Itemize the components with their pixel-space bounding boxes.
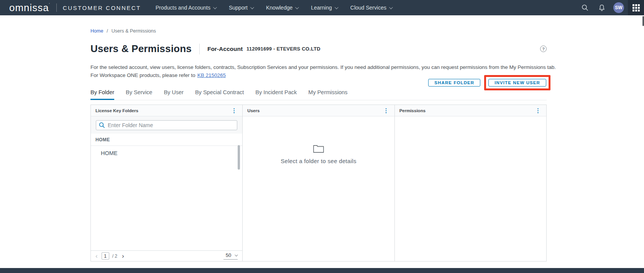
account-value: 112091699 - ETEVERS CO.LTD [246, 46, 320, 52]
folder-pagination: ‹ 1 / 2 › 50 [91, 250, 242, 261]
annotation-highlight-box: INVITE NEW USER [484, 75, 550, 90]
help-icon[interactable]: ? [540, 46, 547, 52]
main-content: Home / Users & Permissions Users & Permi… [0, 15, 644, 268]
panel-header: Permissions ⋮ [395, 105, 546, 116]
top-navbar: omnissaʼ CUSTOMER CONNECT Products and A… [0, 0, 644, 15]
nav-item-learning[interactable]: Learning [311, 5, 337, 11]
tab-by-special-contract[interactable]: By Special Contract [195, 89, 244, 100]
chevron-down-icon [295, 5, 299, 9]
actions-row: SHARE FOLDER INVITE NEW USER [90, 75, 550, 90]
bell-icon[interactable] [593, 0, 610, 15]
title-row: Users & Permissions For-Account 11209169… [90, 43, 547, 55]
nav-item-label: Learning [311, 5, 332, 11]
folder-tree-item-home[interactable]: HOME [91, 146, 242, 156]
tab-by-incident-pack[interactable]: By Incident Pack [255, 89, 297, 100]
users-panel: Users ⋮ Select a folder to see details [243, 105, 394, 261]
breadcrumb-home-link[interactable]: Home [90, 28, 103, 34]
panel-title: License Key Folders [95, 108, 138, 113]
breadcrumb: Home / Users & Permissions [90, 28, 156, 34]
tab-bar: By Folder By Service By User By Special … [90, 89, 547, 100]
kebab-menu-icon[interactable]: ⋮ [534, 107, 542, 114]
nav-item-label: Products and Accounts [156, 5, 210, 11]
nav-item-label: Knowledge [266, 5, 292, 11]
page-size-value: 50 [226, 252, 231, 258]
nav-item-label: Cloud Services [350, 5, 386, 11]
tab-by-user[interactable]: By User [164, 89, 184, 100]
kebab-menu-icon[interactable]: ⋮ [230, 107, 238, 114]
breadcrumb-separator: / [107, 28, 108, 34]
nav-item-label: Support [229, 5, 248, 11]
page-title: Users & Permissions [90, 43, 192, 55]
pagination-prev-icon[interactable]: ‹ [95, 252, 98, 260]
panel-header: Users ⋮ [243, 105, 394, 116]
invite-new-user-button[interactable]: INVITE NEW USER [488, 79, 546, 87]
navbar-right: SW [577, 0, 644, 15]
chevron-down-icon [235, 253, 238, 256]
pagination-next-icon[interactable]: › [122, 252, 124, 260]
pagination-current-page[interactable]: 1 [102, 252, 109, 260]
chevron-down-icon [213, 5, 217, 9]
chevron-down-icon [335, 5, 338, 9]
tab-my-permissions[interactable]: My Permissions [308, 89, 347, 100]
folder-list-scrollbar-thumb[interactable] [238, 145, 240, 170]
page-size-select[interactable]: 50 [223, 252, 238, 260]
avatar[interactable]: SW [613, 2, 624, 13]
chevron-down-icon [389, 5, 393, 9]
folder-icon [313, 144, 324, 154]
title-divider [199, 44, 200, 54]
license-key-folders-panel: License Key Folders ⋮ HOME HOME ‹ 1 / 2 … [91, 105, 243, 261]
breadcrumb-current: Users & Permissions [112, 28, 156, 34]
nav-item-knowledge[interactable]: Knowledge [266, 5, 298, 11]
footer-bar [0, 268, 644, 273]
pagination-page-total: / 2 [112, 253, 117, 259]
folder-search-input[interactable] [96, 120, 237, 130]
folder-search-row [91, 116, 242, 134]
share-folder-button[interactable]: SHARE FOLDER [428, 79, 480, 87]
brand-divider [56, 3, 57, 12]
omnissa-logo-mark: ʼ [49, 3, 50, 7]
tab-by-service[interactable]: By Service [126, 89, 152, 100]
panel-title: Users [247, 108, 260, 113]
empty-state-message: Select a folder to see details [281, 158, 356, 164]
account-label: For-Account [207, 46, 243, 52]
search-icon[interactable] [577, 0, 593, 15]
kebab-menu-icon[interactable]: ⋮ [382, 107, 391, 114]
brand-area: omnissaʼ CUSTOMER CONNECT [0, 3, 141, 13]
users-empty-state: Select a folder to see details [243, 116, 394, 164]
nav-item-cloud-services[interactable]: Cloud Services [350, 5, 392, 11]
permissions-panel: Permissions ⋮ [395, 105, 546, 261]
nav-item-products-and-accounts[interactable]: Products and Accounts [156, 5, 216, 11]
search-icon [99, 122, 105, 128]
app-grid-block[interactable] [628, 0, 644, 15]
panels-container: License Key Folders ⋮ HOME HOME ‹ 1 / 2 … [90, 105, 547, 262]
omnissa-logo[interactable]: omnissaʼ [9, 3, 50, 13]
panel-title: Permissions [399, 108, 426, 113]
main-nav: Products and Accounts Support Knowledge … [156, 5, 392, 11]
nav-item-support[interactable]: Support [229, 5, 253, 11]
chevron-down-icon [250, 5, 254, 9]
omnissa-logo-text: omnissa [9, 2, 49, 13]
tab-by-folder[interactable]: By Folder [90, 89, 114, 100]
panel-header: License Key Folders ⋮ [91, 105, 242, 116]
app-grid-icon [632, 4, 640, 11]
portal-title: CUSTOMER CONNECT [63, 5, 141, 11]
folder-group-label: HOME [91, 134, 242, 146]
folder-search-box [96, 120, 237, 130]
page-description: For the selected account, view users, li… [90, 64, 556, 70]
